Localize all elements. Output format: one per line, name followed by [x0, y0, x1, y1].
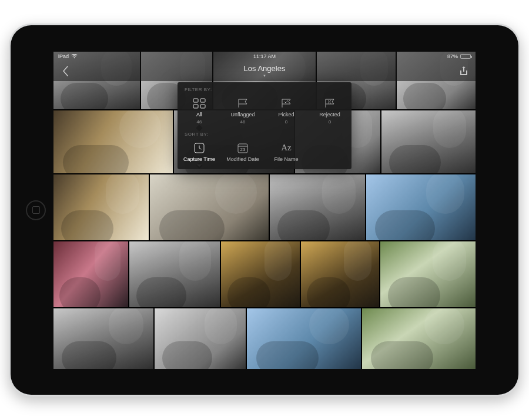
- collection-title: Los Angeles: [244, 64, 286, 73]
- svg-rect-2: [193, 105, 198, 108]
- photo-thumb[interactable]: [381, 110, 476, 173]
- flag-check-icon: [279, 97, 294, 110]
- filter-picked[interactable]: Picked 0: [264, 95, 308, 128]
- photo-thumb[interactable]: [53, 174, 149, 240]
- sort-label: Modified Date: [226, 156, 259, 162]
- filter-label: Unflagged: [230, 112, 255, 117]
- svg-rect-3: [200, 105, 205, 108]
- photo-thumb[interactable]: [155, 308, 246, 369]
- ipad-bezel: iPad 11:17 AM 87% Los Angeles: [11, 25, 518, 395]
- svg-text:23: 23: [240, 147, 246, 152]
- photo-thumb[interactable]: [380, 241, 476, 307]
- filter-all[interactable]: All 46: [178, 95, 221, 128]
- flag-x-icon: [322, 97, 337, 110]
- photo-thumb[interactable]: [150, 174, 269, 240]
- filter-sort-popover: FILTER BY: All 46 Unflagged: [178, 82, 351, 169]
- sort-label: File Name: [274, 156, 298, 162]
- ipad-device-frame: iPad 11:17 AM 87% Los Angeles: [9, 23, 520, 397]
- grid-icon: [192, 97, 207, 110]
- wifi-icon: [71, 54, 78, 59]
- filter-section-label: FILTER BY:: [178, 87, 351, 95]
- svg-rect-1: [200, 99, 205, 102]
- sort-section-label: SORT BY:: [178, 132, 351, 139]
- carrier-label: iPad: [58, 53, 69, 59]
- filter-label: All: [196, 112, 202, 117]
- photo-thumb[interactable]: [221, 241, 300, 307]
- home-button[interactable]: [26, 200, 46, 220]
- sort-direction-icon: [197, 164, 202, 167]
- photo-thumb[interactable]: [270, 174, 365, 240]
- photo-thumb[interactable]: [301, 241, 380, 307]
- filter-unflagged[interactable]: Unflagged 46: [221, 95, 264, 128]
- filter-rejected[interactable]: Rejected 0: [308, 95, 351, 128]
- svg-rect-0: [193, 99, 198, 102]
- clock-icon: [192, 142, 207, 154]
- chevron-down-icon: ▼: [53, 74, 476, 78]
- sort-capture-time[interactable]: Capture Time: [178, 139, 221, 166]
- nav-bar: Los Angeles ▼: [53, 61, 476, 81]
- filter-label: Rejected: [319, 112, 340, 117]
- sort-file-name[interactable]: Az File Name: [264, 139, 308, 166]
- photo-thumb[interactable]: [129, 241, 220, 307]
- az-icon: Az: [279, 142, 294, 154]
- filter-count: 0: [285, 119, 287, 125]
- photo-thumb[interactable]: [362, 308, 476, 369]
- photo-thumb[interactable]: [53, 241, 128, 307]
- calendar-icon: 23: [235, 142, 250, 154]
- filter-count: 46: [240, 119, 246, 125]
- battery-icon: [460, 54, 471, 59]
- flag-outline-icon: [235, 97, 250, 110]
- sort-label: Capture Time: [183, 156, 215, 162]
- sort-modified-date[interactable]: 23 Modified Date: [221, 139, 264, 166]
- filter-label: Picked: [278, 112, 294, 117]
- collection-title-button[interactable]: Los Angeles ▼: [53, 64, 476, 78]
- filter-count: 0: [329, 119, 331, 125]
- photo-thumb[interactable]: [53, 110, 173, 173]
- status-bar: iPad 11:17 AM 87%: [53, 52, 476, 61]
- status-time: 11:17 AM: [53, 53, 476, 59]
- screen: iPad 11:17 AM 87% Los Angeles: [53, 52, 476, 369]
- photo-thumb[interactable]: [53, 308, 153, 369]
- photo-thumb[interactable]: [247, 308, 360, 369]
- battery-pct: 87%: [447, 53, 458, 59]
- filter-count: 46: [197, 119, 202, 125]
- photo-thumb[interactable]: [366, 174, 476, 240]
